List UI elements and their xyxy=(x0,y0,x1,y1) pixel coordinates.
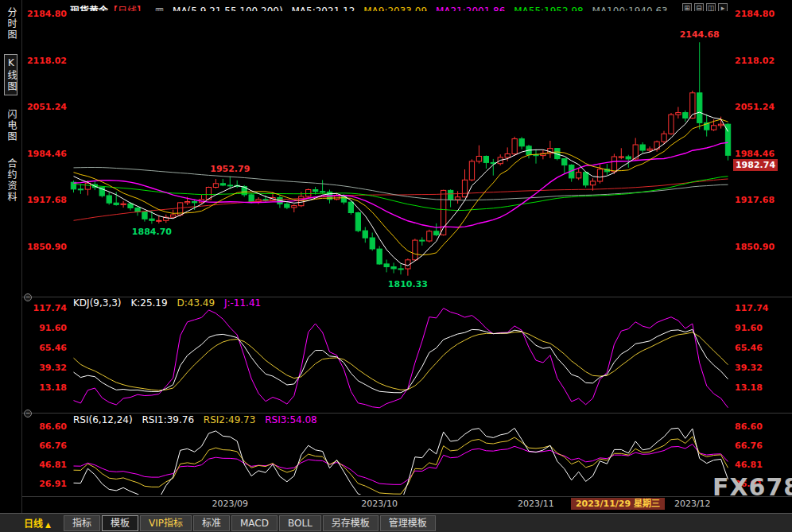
sidebar-tab-tick-chart[interactable]: 闪电图 xyxy=(5,107,17,145)
kdj-k-value: K:25.19 xyxy=(130,297,167,309)
price-axis-label: 1984.46 xyxy=(735,150,787,159)
x-axis-label: 2023/09 xyxy=(206,499,254,509)
price-axis-label: 2184.80 xyxy=(21,10,67,19)
rsi-axis-label: 66.76 xyxy=(735,441,787,451)
fx678-watermark: FX678 xyxy=(712,474,792,501)
template-button[interactable]: 模板 xyxy=(102,515,138,531)
kdj-d-value: D:43.49 xyxy=(177,297,215,309)
svg-text:1884.70: 1884.70 xyxy=(132,227,172,237)
vip-indicator-button[interactable]: VIP指标 xyxy=(140,515,192,531)
x-axis-label: 2023/12 xyxy=(669,499,716,509)
price-axis-label: 2051.24 xyxy=(735,103,787,112)
kdj-header: KDJ(9,3,3) K:25.19 D:43.49 J:-11.41 xyxy=(73,297,267,309)
rsi1-value: RSI1:39.76 xyxy=(142,414,195,425)
save-template-button[interactable]: 另存模板 xyxy=(323,515,379,531)
date-axis: 2023/11/29 星期三 2023/092023/102023/112023… xyxy=(22,497,792,511)
period-label: 日线 xyxy=(24,518,43,530)
chart-type-sidebar: 分时图 K线图 闪电图 合约资料 xyxy=(0,0,22,513)
kdj-axis-label: 65.46 xyxy=(21,344,67,353)
price-axis-label: 1984.46 xyxy=(21,150,67,159)
svg-text:2144.68: 2144.68 xyxy=(680,29,720,40)
price-axis-label: 1850.90 xyxy=(21,243,67,252)
period-up-arrow-icon: ▲ xyxy=(45,521,51,529)
rsi-axis-label: 86.60 xyxy=(21,422,67,432)
rsi-axis-label: 46.81 xyxy=(735,460,787,470)
kdj-axis-label: 39.32 xyxy=(735,363,787,373)
kdj-title: KDJ(9,3,3) xyxy=(73,297,122,309)
rsi-panel-collapse-icon[interactable]: − xyxy=(24,410,32,417)
rsi-panel-chart[interactable] xyxy=(70,418,732,495)
svg-text:1810.33: 1810.33 xyxy=(388,279,428,289)
macd-button[interactable]: MACD xyxy=(231,515,278,531)
rsi-axis-label: 86.60 xyxy=(735,422,787,432)
rsi3-value: RSI3:54.08 xyxy=(265,414,317,425)
price-axis-label: 1850.90 xyxy=(735,243,787,252)
sidebar-tab-kline-chart[interactable]: K线图 xyxy=(4,54,17,95)
kdj-axis-label: 39.32 xyxy=(21,363,67,373)
trading-app-window: 分时图 K线图 闪电图 合约资料 现货黄金【日线】 ▥ MA(5,9,21,55… xyxy=(0,0,792,532)
sidebar-tab-contract-info[interactable]: 合约资料 xyxy=(5,156,17,205)
indicator-button[interactable]: 指标 xyxy=(64,515,100,531)
price-axis-label: 2051.24 xyxy=(21,103,67,112)
price-axis-label: 1917.68 xyxy=(735,196,787,205)
cursor-date-label: 2023/11/29 星期三 xyxy=(571,498,665,510)
kdj-axis-label: 65.46 xyxy=(735,344,787,353)
rsi-axis-label: 26.91 xyxy=(21,480,67,489)
x-axis-label: 2023/11 xyxy=(512,499,560,509)
rsi-axis-label: 66.76 xyxy=(21,441,67,451)
kdj-axis-label: 117.74 xyxy=(735,304,787,313)
kdj-axis-label: 13.18 xyxy=(21,383,67,393)
x-axis-label: 2023/10 xyxy=(355,499,403,509)
period-selector[interactable]: 日线▲ xyxy=(24,516,51,530)
main-candlestick-chart[interactable]: 2144.681952.791884.701810.33 xyxy=(70,11,732,294)
manage-template-button[interactable]: 管理模板 xyxy=(380,515,436,531)
svg-text:1952.79: 1952.79 xyxy=(210,164,250,174)
price-axis-label: 2118.02 xyxy=(21,56,67,66)
standard-button[interactable]: 标准 xyxy=(193,515,230,531)
kdj-panel-chart[interactable] xyxy=(70,304,732,410)
bottom-toolbar: 日线▲ 指标 模板 VIP指标 标准 MACD BOLL 另存模板 管理模板 xyxy=(0,513,792,532)
kdj-panel-collapse-icon[interactable]: − xyxy=(24,293,32,301)
rsi2-value: RSI2:49.73 xyxy=(204,414,256,425)
rsi-title: RSI(6,12,24) xyxy=(73,414,133,425)
kdj-axis-label: 13.18 xyxy=(735,383,787,393)
kdj-j-value: J:-11.41 xyxy=(224,297,261,309)
boll-button[interactable]: BOLL xyxy=(279,515,321,531)
rsi-header: RSI(6,12,24) RSI1:39.76 RSI2:49.73 RSI3:… xyxy=(73,414,324,425)
rsi-axis-label: 46.81 xyxy=(21,460,67,470)
last-price-tag: 1982.74 xyxy=(733,159,778,171)
price-axis-label: 2118.02 xyxy=(735,56,787,66)
sidebar-tab-time-chart[interactable]: 分时图 xyxy=(5,5,17,43)
price-axis-label: 1917.68 xyxy=(21,196,67,205)
panel-divider xyxy=(22,413,792,414)
kdj-axis-label: 117.74 xyxy=(21,304,67,313)
price-axis-label: 2184.80 xyxy=(735,10,787,19)
kdj-axis-label: 91.60 xyxy=(735,324,787,333)
kdj-axis-label: 91.60 xyxy=(21,324,67,333)
